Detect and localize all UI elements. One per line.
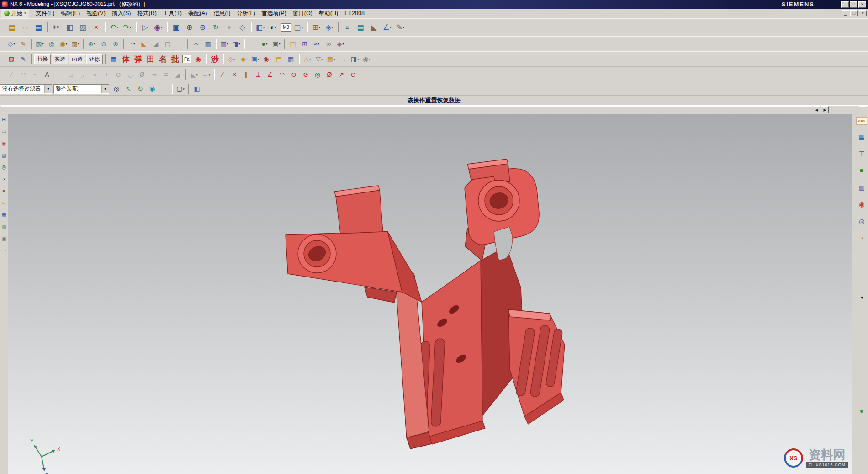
shaded-display-icon[interactable]: ◧▾ xyxy=(254,21,266,33)
menu-format[interactable]: 格式(R) xyxy=(134,9,160,18)
model-bracket[interactable] xyxy=(286,159,565,449)
menu-insert[interactable]: 插入(S) xyxy=(109,9,134,18)
rail-box-icon[interactable]: ▣ xyxy=(0,235,7,242)
subtract-icon[interactable]: ⊖ xyxy=(98,38,109,49)
split-body-icon[interactable]: ▥ xyxy=(202,38,213,49)
dropdown-arrow[interactable]: ▾ xyxy=(233,58,235,61)
dim-angle-icon[interactable]: ∠ xyxy=(265,69,275,80)
involve-tool-button[interactable]: 涉 xyxy=(209,53,221,65)
body-display-button[interactable]: 体 xyxy=(120,53,132,65)
spring-tool-button[interactable]: 弹 xyxy=(132,53,144,65)
dim-circle-icon[interactable]: ⊙ xyxy=(288,69,299,80)
h-scrollbar-thumb[interactable] xyxy=(1,106,812,113)
constraint-navigator-icon[interactable]: ⊤ xyxy=(857,149,867,159)
replace-button[interactable]: 替换 xyxy=(34,54,51,64)
sketch-dimension-icon[interactable]: ↔▾ xyxy=(201,69,212,80)
doc-restore-button[interactable]: □ xyxy=(850,10,858,16)
dropdown-arrow[interactable]: ▾ xyxy=(369,58,371,61)
dim-cross-icon[interactable]: × xyxy=(229,69,240,80)
dropdown-arrow[interactable]: ▾ xyxy=(42,42,44,45)
model-left-tab-face[interactable] xyxy=(336,190,383,234)
show-hide-icon[interactable]: ◈▾ xyxy=(335,38,346,49)
fit-view-icon[interactable]: ▣ xyxy=(170,21,182,33)
redo-icon[interactable]: ↷▾ xyxy=(121,21,133,33)
dropdown-arrow[interactable]: ▾ xyxy=(332,26,333,29)
model-front-face[interactable] xyxy=(422,261,482,437)
dropdown-arrow[interactable]: ▾ xyxy=(13,42,15,45)
toolbar-grip[interactable] xyxy=(2,22,3,32)
rail-clock-icon[interactable]: ◔ xyxy=(0,176,7,182)
grid-tool-button[interactable]: 田 xyxy=(145,53,156,65)
zoom-out-icon[interactable]: ⊖ xyxy=(196,21,209,33)
work-layer-icon[interactable]: ◈▾ xyxy=(323,21,336,33)
unite-icon[interactable]: ⊕▾ xyxy=(86,38,97,49)
rail-grid-icon[interactable]: ⊞ xyxy=(0,116,7,123)
perspective-icon[interactable]: ◇ xyxy=(236,21,249,33)
selection-scope-combo[interactable]: 整个装配 ▾ xyxy=(53,84,109,94)
edit-display-icon[interactable]: ✎ xyxy=(18,53,29,64)
pattern-assembly-icon[interactable]: ▦▾ xyxy=(326,53,337,64)
history-icon[interactable]: ◔ xyxy=(857,233,867,243)
select-previous-icon[interactable]: ↖ xyxy=(123,83,134,94)
delete-icon[interactable]: × xyxy=(90,21,102,33)
resource-collapse-arrow[interactable]: ◂ xyxy=(857,294,867,300)
toolbar-grip[interactable] xyxy=(2,39,3,49)
zoom-in-icon[interactable]: ⊕ xyxy=(183,21,196,33)
menu-et2008[interactable]: ET2008 xyxy=(341,10,368,17)
break-view-icon[interactable]: ▽▾ xyxy=(314,53,325,64)
dropdown-arrow[interactable]: ▾ xyxy=(161,26,163,29)
menu-file[interactable]: 文件(F) xyxy=(33,9,58,18)
blue-grid-icon[interactable]: ▦ xyxy=(108,53,119,64)
move-object-icon[interactable]: → xyxy=(247,38,258,49)
rail-bluedoc-icon[interactable]: ▦ xyxy=(0,211,7,218)
edge-blend-icon[interactable]: ◔▾ xyxy=(127,38,138,49)
new-file-icon[interactable]: ▤ xyxy=(6,21,18,33)
move-component-icon[interactable]: → xyxy=(338,53,349,64)
measure-distance-icon[interactable]: ∠▾ xyxy=(381,21,393,33)
roles-icon[interactable]: ● xyxy=(857,405,867,415)
marquee-select-icon[interactable]: ▢▾ xyxy=(175,83,186,94)
batch-tool-button[interactable]: 批 xyxy=(169,53,181,65)
dropdown-arrow[interactable]: ▾ xyxy=(116,26,118,29)
dim-parallel-icon[interactable]: ∥ xyxy=(241,69,252,80)
rail-list-icon[interactable]: ≡ xyxy=(0,187,7,194)
dropdown-arrow[interactable]: ▾ xyxy=(258,58,259,61)
sketch-project-icon[interactable]: ◢ xyxy=(172,69,183,80)
close-button[interactable]: × xyxy=(858,1,866,8)
combo-dropdown-button[interactable]: ▾ xyxy=(44,85,52,93)
start-menu-button[interactable]: 开始 ▾ xyxy=(1,9,29,18)
menu-preferences[interactable]: 首选项(P) xyxy=(259,9,290,18)
dropdown-arrow[interactable]: ▾ xyxy=(318,42,320,45)
rail-target-icon[interactable]: ◉ xyxy=(0,140,7,147)
touch-select-icon[interactable]: + xyxy=(159,83,169,94)
sketch-constraints-icon[interactable]: ◣▾ xyxy=(189,69,200,80)
cut-icon[interactable]: ✂ xyxy=(50,21,63,33)
assembly-structure-icon[interactable]: ▤ xyxy=(274,53,285,64)
sketch-arc-icon[interactable]: ◠ xyxy=(18,69,29,80)
dim-arc-icon[interactable]: ◠ xyxy=(276,69,287,80)
hole-icon[interactable]: ◉▾ xyxy=(58,38,69,49)
doc-close-button[interactable]: × xyxy=(859,10,867,16)
sketch-icon[interactable]: ✎ xyxy=(18,38,29,49)
cube-orient-icon[interactable]: ◧ xyxy=(191,83,202,94)
thread-icon[interactable]: ≡ xyxy=(174,38,185,49)
solid-translucent-button[interactable]: 实透 xyxy=(52,54,68,64)
pan-view-icon[interactable]: + xyxy=(223,21,235,33)
assembly-arrangement-icon[interactable]: ▣▾ xyxy=(250,53,261,64)
dropdown-arrow[interactable]: ▾ xyxy=(321,58,323,61)
menu-analysis[interactable]: 分析(L) xyxy=(233,9,258,18)
minimize-button[interactable]: _ xyxy=(841,1,849,8)
select-scope-icon[interactable]: ◎ xyxy=(111,83,122,94)
dropdown-arrow[interactable]: ▾ xyxy=(238,42,240,45)
sketch-circle-icon[interactable]: ⊙ xyxy=(113,69,124,80)
globe-select-icon[interactable]: ◉ xyxy=(147,83,158,94)
key-toolbar-icon[interactable]: KEY xyxy=(856,117,867,125)
menu-view[interactable]: 视图(V) xyxy=(83,9,109,18)
sketch-corner-icon[interactable]: ⌐ xyxy=(53,69,64,80)
rail-pin-icon[interactable]: ▭ xyxy=(0,247,7,254)
dim-perpendicular-icon[interactable]: ⊥ xyxy=(253,69,264,80)
command-repeat-icon[interactable]: ▷ xyxy=(139,21,151,33)
background-color-icon[interactable]: ▢▾ xyxy=(292,21,305,33)
open-file-icon[interactable]: ▱ xyxy=(19,21,32,33)
reuse-library-icon[interactable]: ▥ xyxy=(857,182,867,192)
